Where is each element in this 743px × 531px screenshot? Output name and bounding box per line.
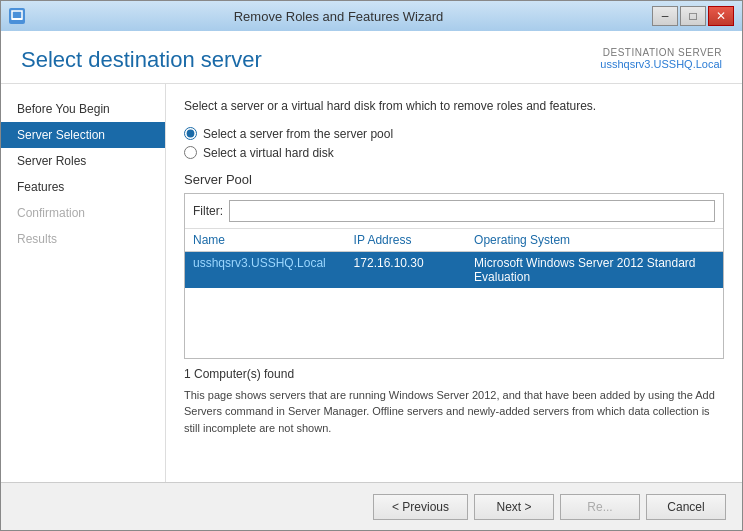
row-os: Microsoft Windows Server 2012 Standard E… — [474, 256, 715, 284]
header-area: Select destination server DESTINATION SE… — [1, 31, 742, 84]
nav-item-before-you-begin[interactable]: Before You Begin — [1, 96, 165, 122]
server-pool-box: Filter: Name IP Address Operating System… — [184, 193, 724, 359]
destination-server: usshqsrv3.USSHQ.Local — [600, 58, 722, 70]
filter-label: Filter: — [193, 204, 223, 218]
destination-label: DESTINATION SERVER — [600, 47, 722, 58]
radio-server-pool[interactable]: Select a server from the server pool — [184, 127, 724, 141]
window-controls: – □ ✕ — [652, 6, 734, 26]
titlebar: Remove Roles and Features Wizard – □ ✕ — [1, 1, 742, 31]
col-header-ip: IP Address — [354, 233, 474, 247]
destination-info: DESTINATION SERVER usshqsrv3.USSHQ.Local — [600, 47, 722, 70]
maximize-button[interactable]: □ — [680, 6, 706, 26]
found-text: 1 Computer(s) found — [184, 367, 724, 381]
nav-item-server-selection[interactable]: Server Selection — [1, 122, 165, 148]
radio-vhd-label: Select a virtual hard disk — [203, 146, 334, 160]
description-text: This page shows servers that are running… — [184, 387, 724, 437]
section-label: Server Pool — [184, 172, 724, 187]
next-button[interactable]: Next > — [474, 494, 554, 520]
body-area: Before You Begin Server Selection Server… — [1, 84, 742, 482]
row-name: usshqsrv3.USSHQ.Local — [193, 256, 354, 284]
radio-vhd[interactable]: Select a virtual hard disk — [184, 146, 724, 160]
previous-button[interactable]: < Previous — [373, 494, 468, 520]
left-nav: Before You Begin Server Selection Server… — [1, 84, 166, 482]
radio-server-pool-input[interactable] — [184, 127, 197, 140]
radio-group: Select a server from the server pool Sel… — [184, 127, 724, 160]
close-button[interactable]: ✕ — [708, 6, 734, 26]
filter-input[interactable] — [229, 200, 715, 222]
col-header-os: Operating System — [474, 233, 715, 247]
table-empty-area — [185, 288, 723, 358]
row-ip: 172.16.10.30 — [354, 256, 474, 284]
table-header: Name IP Address Operating System — [185, 229, 723, 252]
cancel-button[interactable]: Cancel — [646, 494, 726, 520]
nav-item-server-roles[interactable]: Server Roles — [1, 148, 165, 174]
instruction-text: Select a server or a virtual hard disk f… — [184, 98, 724, 115]
window-icon — [9, 8, 25, 24]
radio-vhd-input[interactable] — [184, 146, 197, 159]
main-content: Select destination server DESTINATION SE… — [1, 31, 742, 530]
window-title: Remove Roles and Features Wizard — [25, 9, 652, 24]
nav-item-results: Results — [1, 226, 165, 252]
svg-rect-1 — [12, 18, 22, 20]
remove-button[interactable]: Re... — [560, 494, 640, 520]
right-content: Select a server or a virtual hard disk f… — [166, 84, 742, 482]
filter-row: Filter: — [185, 194, 723, 229]
radio-server-pool-label: Select a server from the server pool — [203, 127, 393, 141]
nav-item-features[interactable]: Features — [1, 174, 165, 200]
table-row[interactable]: usshqsrv3.USSHQ.Local 172.16.10.30 Micro… — [185, 252, 723, 288]
svg-rect-0 — [12, 11, 22, 19]
page-title: Select destination server — [21, 47, 262, 73]
window: Remove Roles and Features Wizard – □ ✕ S… — [0, 0, 743, 531]
footer: < Previous Next > Re... Cancel — [1, 482, 742, 530]
minimize-button[interactable]: – — [652, 6, 678, 26]
col-header-name: Name — [193, 233, 354, 247]
nav-item-confirmation: Confirmation — [1, 200, 165, 226]
